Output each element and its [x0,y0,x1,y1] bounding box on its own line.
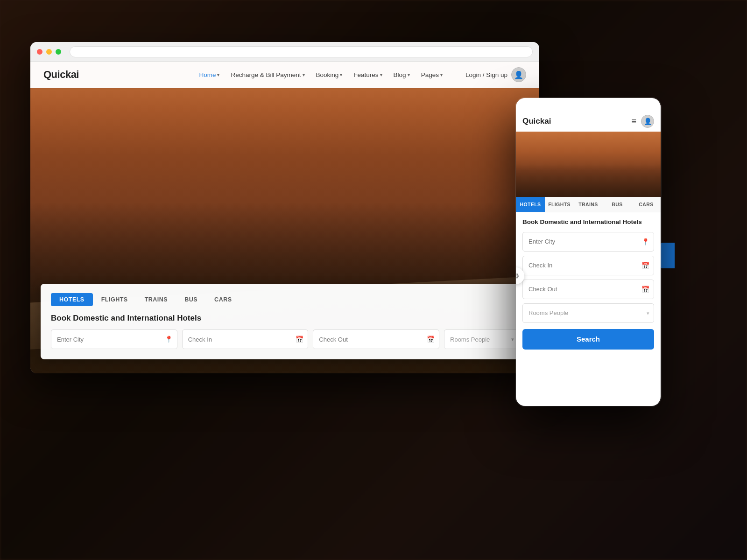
mobile-search-body: Book Domestic and International Hotels 📍… [516,212,661,355]
mobile-tab-trains[interactable]: TRAINS [574,197,603,212]
tab-trains-desktop[interactable]: TRAINS [136,293,176,306]
mobile-calendar-checkout-icon: 📅 [641,286,649,293]
desktop-tabs: HOTELS FLIGHTS TRAINS BUS CARS [51,293,519,306]
nav-link-pages[interactable]: Pages ▾ [421,71,443,78]
nav-link-blog[interactable]: Blog ▾ [394,71,410,78]
mobile-checkin-input[interactable] [522,256,654,275]
mobile-location-icon: 📍 [641,238,649,245]
nav-link-home[interactable]: Home ▾ [199,71,219,78]
checkout-input-desktop[interactable] [313,329,439,349]
mobile-tab-bus[interactable]: BUS [603,197,632,212]
responsive-hint [661,243,675,268]
browser-url-bar[interactable] [70,46,533,57]
desktop-search-title: Book Domestic and International Hotels [51,314,519,323]
mobile-rooms-select[interactable]: Rooms People 1 Room, 1 Person 1 Room, 2 … [522,303,654,323]
calendar-icon-checkin-desktop: 📅 [296,336,303,343]
nav-link-booking[interactable]: Booking ▾ [316,71,343,78]
calendar-icon-checkout-desktop: 📅 [427,336,435,343]
mobile-city-input-group: 📍 [522,232,654,252]
mobile-rooms-select-wrap: Rooms People 1 Room, 1 Person 1 Room, 2 … [522,303,654,323]
rooms-select-desktop[interactable]: Rooms People 1 Room, 1 Person 1 Room, 2 … [444,329,519,349]
tab-hotels-desktop[interactable]: HOTELS [51,293,93,306]
location-icon-desktop: 📍 [165,336,173,343]
mobile-navbar: Quickai ≡ 👤 [516,111,661,132]
home-chevron-icon: ▾ [217,72,219,77]
mobile-tabs: HOTELS FLIGHTS TRAINS BUS CARS [516,197,661,212]
mobile-checkout-input-group: 📅 [522,280,654,299]
mobile-nav-right: ≡ 👤 [631,115,654,128]
tab-flights-desktop[interactable]: FLIGHTS [93,293,136,306]
recharge-chevron-icon: ▾ [303,72,305,77]
mobile-mockup: Quickai ≡ 👤 ⚙ HOTELS FLIGHTS TRAINS BUS … [516,98,661,406]
desktop-search-container: HOTELS FLIGHTS TRAINS BUS CARS Book Dome… [41,284,529,359]
nav-link-features[interactable]: Features ▾ [353,71,382,78]
desktop-browser-mockup: Quickai Home ▾ Recharge & Bill Payment ▾… [30,42,539,373]
mobile-avatar-icon[interactable]: 👤 [641,115,654,128]
mobile-rooms-arrow-icon: ▾ [647,310,649,316]
nav-divider [454,70,454,79]
mobile-calendar-checkin-icon: 📅 [641,262,649,269]
desktop-logo: Quickai [43,69,79,81]
browser-fullscreen-dot[interactable] [56,49,61,55]
browser-close-dot[interactable] [37,49,42,55]
mobile-checkin-input-group: 📅 [522,256,654,275]
login-signup-button[interactable]: Login / Sign up 👤 [465,67,526,82]
city-input-desktop[interactable] [51,329,177,349]
desktop-site-content: Quickai Home ▾ Recharge & Bill Payment ▾… [30,62,539,373]
mobile-tab-cars[interactable]: CARS [632,197,661,212]
city-input-wrap: 📍 [51,329,177,349]
desktop-search-box: HOTELS FLIGHTS TRAINS BUS CARS Book Dome… [30,284,539,359]
mobile-checkout-input[interactable] [522,280,654,299]
mobile-hero-image [516,132,661,197]
mobile-logo: Quickai [522,117,551,126]
tab-bus-desktop[interactable]: BUS [176,293,206,306]
mobile-search-button[interactable]: Search [522,329,654,350]
nav-links-container: Home ▾ Recharge & Bill Payment ▾ Booking… [199,67,526,82]
desktop-search-form: 📍 📅 📅 Rooms People 1 Room, 1 Person [51,329,519,349]
booking-chevron-icon: ▾ [340,72,342,77]
checkin-input-desktop[interactable] [182,329,309,349]
desktop-navbar: Quickai Home ▾ Recharge & Bill Payment ▾… [30,62,539,88]
rooms-select-wrap-desktop: Rooms People 1 Room, 1 Person 1 Room, 2 … [444,329,519,349]
mobile-tab-flights[interactable]: FLIGHTS [545,197,574,212]
mobile-status-bar [516,98,661,111]
mobile-search-section: ⚙ HOTELS FLIGHTS TRAINS BUS CARS Book Do… [516,197,661,355]
blog-chevron-icon: ▾ [408,72,410,77]
browser-chrome [30,42,539,62]
nav-link-recharge[interactable]: Recharge & Bill Payment ▾ [231,71,304,78]
mobile-tab-hotels[interactable]: HOTELS [516,197,545,212]
tab-cars-desktop[interactable]: CARS [206,293,240,306]
checkin-input-wrap: 📅 [182,329,309,349]
desktop-avatar-icon[interactable]: 👤 [511,67,526,82]
hamburger-menu-icon[interactable]: ≡ [631,117,636,126]
browser-minimize-dot[interactable] [46,49,52,55]
mobile-search-title: Book Domestic and International Hotels [522,218,654,226]
checkout-input-wrap: 📅 [313,329,439,349]
pages-chevron-icon: ▾ [440,72,443,77]
mobile-city-input[interactable] [522,232,654,252]
features-chevron-icon: ▾ [380,72,382,77]
